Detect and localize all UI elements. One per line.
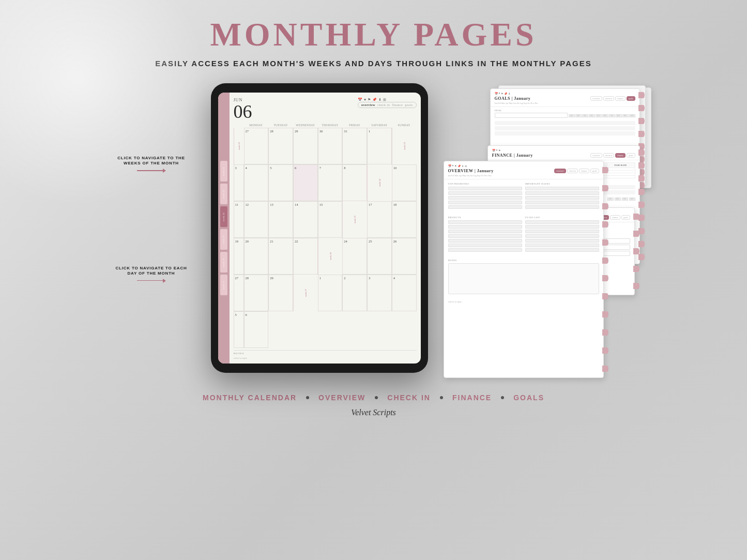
week-tab-5[interactable]: week 26 [220, 252, 227, 273]
goals-progress: 10% 20% 30% 40% 50% 60% 70% 80% 90% 100% [569, 114, 635, 117]
label-goals: GOALS [513, 393, 544, 402]
finance-nav-goals[interactable]: goals [627, 153, 635, 158]
nav-overview[interactable]: overview [361, 103, 375, 107]
week-tab-6[interactable]: week 27 [220, 275, 227, 295]
dot-3 [440, 396, 443, 399]
overview-nav-overview[interactable]: overview [554, 169, 566, 173]
cal-cell[interactable]: 29 [293, 128, 318, 164]
cal-cell[interactable]: 28 [244, 275, 269, 311]
cal-date: JUN 06 [234, 98, 252, 121]
cal-cell[interactable]: 31 [342, 128, 367, 164]
week-label-24[interactable]: week 24 [367, 164, 392, 201]
scallop-o1 [602, 167, 608, 173]
overview-nav-checkin[interactable]: check in [567, 169, 578, 173]
cal-cell[interactable]: 29 [268, 275, 293, 311]
cal-cell[interactable]: 11 [234, 201, 244, 238]
scallop-o2 [602, 185, 608, 191]
week-tab-2[interactable]: week 23 [220, 184, 227, 204]
checkin-nav-finance[interactable]: finance [610, 215, 620, 220]
cal-cell[interactable]: 27 [234, 275, 244, 311]
overview-icon-pin: 📌 [458, 164, 461, 168]
week-label-25[interactable]: week 25 [342, 201, 367, 238]
tablet-device: week 22 week 23 week 24 week 25 week 26 … [211, 83, 428, 373]
finance-nav-checkin[interactable]: check in [603, 153, 614, 158]
week-label-23[interactable]: week 23 [392, 128, 417, 164]
scallop-o4 [602, 221, 608, 228]
col-paid-date: PAID DATE [606, 163, 635, 168]
todo-line-2 [525, 225, 599, 229]
cal-cell[interactable]: 3 [234, 164, 244, 201]
cal-cell[interactable]: 6 [244, 311, 269, 348]
overview-icon-flag: ⚑ [454, 164, 456, 168]
label-monthly-calendar: MONTHLY CALENDAR [203, 393, 297, 402]
overview-nav-finance[interactable]: finance [579, 169, 589, 173]
checkin-nav-goals[interactable]: goals [621, 215, 630, 220]
goals-nav-goals[interactable]: goals [627, 96, 635, 101]
cal-cell[interactable]: 26 [392, 238, 417, 275]
week-tab-1[interactable]: week 22 [220, 161, 227, 181]
label-check-in: CHECK IN [387, 393, 431, 402]
cal-cell[interactable]: 17 [367, 201, 392, 238]
scallop-c5 [633, 283, 639, 289]
cal-cell[interactable]: 5 [234, 311, 244, 348]
cal-cell[interactable]: 13 [268, 201, 293, 238]
cal-cell[interactable]: 25 [367, 238, 392, 275]
week-label-27[interactable]: week 27 [293, 275, 318, 311]
brand-name: Velvet Scripts [0, 408, 747, 417]
cal-cell[interactable]: 8 [342, 164, 367, 201]
cal-cell[interactable]: 14 [293, 201, 318, 238]
cal-cell[interactable]: 4 [244, 164, 269, 201]
scallop-o3 [602, 203, 608, 209]
cal-cell[interactable]: 28 [268, 128, 293, 164]
cal-cell[interactable]: 4 [392, 275, 417, 311]
week-label-22[interactable]: week 22 [234, 128, 244, 164]
cal-cell[interactable]: 10 [392, 164, 417, 201]
finance-icons: 📅 ♥ ⚑ [492, 149, 635, 152]
cal-cell[interactable]: 2 [342, 275, 367, 311]
week-tab-3[interactable]: week 24 [220, 206, 227, 227]
cal-cell[interactable]: 7 [318, 164, 343, 201]
goals-nav-checkin[interactable]: check in [603, 96, 614, 101]
nav-goals[interactable]: goals [405, 103, 413, 107]
goals-goal-row: GOAL 10% 20% 30% 40% 50% 60% 70% [495, 109, 635, 119]
right-pages-container: 📅 ♥ ⚑ 📌 ⬇ GOALS | January overview check… [444, 83, 640, 383]
goals-icon-down: ⬇ [508, 92, 510, 95]
week-tab-4[interactable]: week 25 [220, 229, 227, 250]
goals-icons: 📅 ♥ ⚑ 📌 ⬇ [495, 92, 635, 95]
dot-2 [375, 396, 378, 399]
week-label-26[interactable]: week 26 [318, 238, 343, 275]
cal-cell[interactable]: 20 [244, 238, 269, 275]
cal-cell[interactable]: 30 [318, 128, 343, 164]
cal-cell[interactable]: 1 [318, 275, 343, 311]
cal-cell[interactable]: 15 [318, 201, 343, 238]
scallop-1 [638, 92, 645, 98]
cal-cell[interactable]: 22 [293, 238, 318, 275]
overview-nav-goals[interactable]: goals [590, 169, 599, 173]
arrow-line-h2 [137, 280, 163, 281]
nav-checkin[interactable]: check in [377, 103, 390, 107]
goals-header: 📅 ♥ ⚑ 📌 ⬇ GOALS | January overview check… [491, 89, 639, 107]
goals-nav-finance[interactable]: finance [615, 96, 626, 101]
main-content: CLICK TO NAVIGATE TO THE WEEKS OF THE MO… [0, 68, 747, 383]
scallop-o5 [602, 239, 608, 246]
cal-cell[interactable]: 12 [244, 201, 269, 238]
left-annotations: CLICK TO NAVIGATE TO THE WEEKS OF THE MO… [108, 83, 195, 283]
cal-cell[interactable]: 21 [268, 238, 293, 275]
cal-cell[interactable]: 18 [392, 201, 417, 238]
cal-cell-today[interactable]: 6 [293, 164, 318, 201]
goals-nav-overview[interactable]: overview [590, 96, 602, 101]
finance-nav: overview check in finance goals [590, 153, 635, 158]
annotation-weeks-arrow [137, 169, 166, 173]
date-line-3 [525, 196, 599, 200]
nav-finance[interactable]: finance [392, 103, 403, 107]
cal-cell[interactable]: 24 [342, 238, 367, 275]
cal-cell[interactable]: 19 [234, 238, 244, 275]
projects-section: PROJECTS [448, 216, 522, 253]
cal-cell[interactable]: 5 [268, 164, 293, 201]
finance-nav-finance[interactable]: finance [615, 153, 626, 158]
cal-cell[interactable]: 3 [367, 275, 392, 311]
cal-cell[interactable]: 1 [367, 128, 392, 164]
finance-nav-overview[interactable]: overview [590, 153, 602, 158]
goals-row-2 [495, 126, 635, 130]
cal-cell[interactable]: 27 [244, 128, 269, 164]
